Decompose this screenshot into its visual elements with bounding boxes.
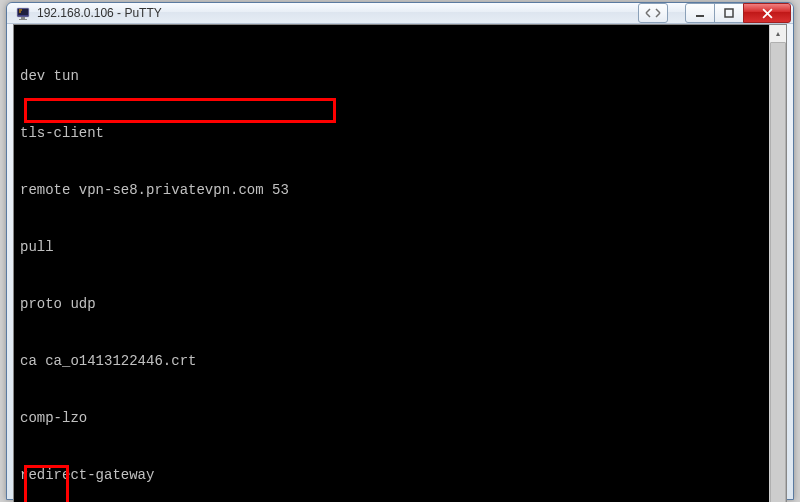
svg-rect-3 — [19, 19, 27, 20]
vertical-scrollbar[interactable]: ▴ ▾ — [769, 25, 786, 502]
term-line: comp-lzo — [20, 409, 763, 428]
term-line: remote vpn-se8.privatevpn.com 53 — [20, 181, 763, 200]
scroll-thumb[interactable] — [770, 42, 786, 502]
resize-handle-icon[interactable] — [638, 3, 668, 23]
term-line: tls-client — [20, 124, 763, 143]
putty-window: 192.168.0.106 - PuTTY dev tun tls-client… — [6, 2, 794, 500]
window-title: 192.168.0.106 - PuTTY — [37, 6, 162, 20]
close-button[interactable] — [743, 3, 791, 23]
term-line: proto udp — [20, 295, 763, 314]
terminal-content[interactable]: dev tun tls-client remote vpn-se8.privat… — [14, 25, 769, 502]
svg-rect-2 — [21, 17, 25, 19]
term-line: dev tun — [20, 67, 763, 86]
window-controls — [686, 3, 791, 23]
putty-icon — [15, 5, 31, 21]
annotation-highlight-remote — [24, 98, 336, 123]
scroll-up-icon[interactable]: ▴ — [770, 25, 786, 42]
maximize-button[interactable] — [714, 3, 744, 23]
titlebar[interactable]: 192.168.0.106 - PuTTY — [7, 3, 793, 24]
term-line: ca ca_o1413122446.crt — [20, 352, 763, 371]
svg-rect-7 — [725, 9, 733, 17]
terminal-area: dev tun tls-client remote vpn-se8.privat… — [13, 24, 787, 502]
minimize-button[interactable] — [685, 3, 715, 23]
term-line: pull — [20, 238, 763, 257]
svg-rect-6 — [696, 15, 704, 17]
term-line: redirect-gateway — [20, 466, 763, 485]
